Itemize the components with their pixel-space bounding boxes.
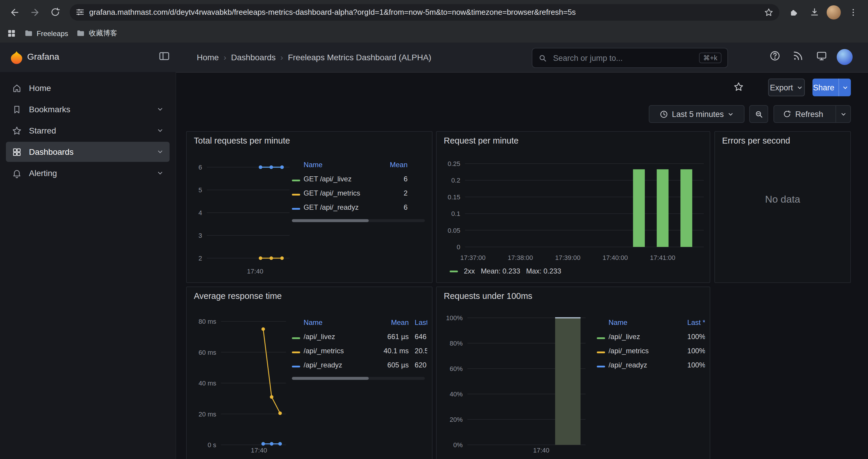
breadcrumb-home[interactable]: Home — [197, 53, 219, 62]
legend-value: 2 — [366, 189, 408, 197]
panel-title[interactable]: Errors per second — [715, 132, 850, 150]
legend-series-name[interactable]: /api/_livez — [304, 333, 365, 341]
bookmark-folder-blogs[interactable]: 收藏博客 — [76, 28, 117, 38]
sidebar-item-starred[interactable]: Starred — [6, 121, 169, 140]
bar-chart[interactable]: 00.050.10.150.20.2517:37:0017:38:0017:39… — [441, 150, 706, 265]
sidebar-item-label: Bookmarks — [29, 104, 150, 114]
zoom-out-button[interactable] — [749, 105, 768, 123]
refresh-interval-caret[interactable] — [836, 106, 850, 122]
svg-text:17:41:00: 17:41:00 — [650, 254, 675, 261]
help-icon[interactable] — [769, 50, 780, 61]
refresh-button[interactable]: Refresh — [773, 105, 851, 123]
series-color-dash — [292, 352, 300, 353]
legend-header[interactable]: Last * — [662, 319, 705, 327]
share-menu-caret[interactable] — [838, 78, 851, 96]
legend-header[interactable]: Name — [304, 161, 366, 169]
dock-menu-icon[interactable] — [158, 50, 170, 62]
panel-title[interactable]: Average response time — [187, 287, 432, 305]
legend-header[interactable]: Mean — [366, 161, 408, 169]
panel-average-response-time: Average response time 0 s20 ms40 ms60 ms… — [186, 287, 433, 459]
news-rss-icon[interactable] — [793, 50, 804, 61]
panel-title[interactable]: Request per minute — [437, 132, 710, 150]
panel-title[interactable]: Total requests per minute — [187, 132, 432, 150]
star-icon — [12, 126, 22, 136]
time-range-picker[interactable]: Last 5 minutes — [649, 105, 745, 123]
svg-text:17:40: 17:40 — [251, 447, 267, 454]
legend-series-name[interactable]: /api/_readyz — [304, 361, 365, 369]
monitor-icon[interactable] — [816, 50, 827, 61]
panel-title[interactable]: Requests under 100ms — [437, 287, 710, 305]
sidebar-item-label: Home — [29, 83, 164, 93]
series-color-dash — [597, 352, 605, 353]
extensions-icon[interactable] — [785, 3, 803, 21]
back-icon[interactable] — [6, 3, 24, 21]
legend-table: NameMeanLast */api/_livez661 µs646 µs/ap… — [289, 305, 427, 457]
legend-series-name[interactable]: /api/_readyz — [609, 361, 662, 369]
grafana-logo[interactable] — [9, 50, 24, 64]
legend-series-name[interactable]: GET /api/_metrics — [304, 189, 366, 197]
breadcrumb-dashboards[interactable]: Dashboards — [231, 53, 276, 62]
svg-text:80%: 80% — [450, 340, 463, 347]
search-input[interactable] — [552, 53, 694, 63]
breadcrumb-separator: › — [280, 53, 283, 62]
search-box[interactable]: ⌘+k — [532, 48, 728, 68]
legend-value: 620 µs — [409, 361, 427, 369]
timeseries-chart[interactable]: 0 s20 ms40 ms60 ms80 ms17:40 — [191, 305, 289, 457]
legend-scrollbar[interactable] — [292, 377, 425, 380]
legend-series-name[interactable]: GET /api/_livez — [304, 175, 366, 183]
legend-header[interactable]: Name — [304, 319, 365, 327]
svg-text:6: 6 — [198, 164, 202, 171]
sidebar-item-alerting[interactable]: Alerting — [6, 163, 169, 183]
timeseries-chart[interactable]: 2345617:40 — [191, 150, 289, 278]
chevron-down-icon[interactable] — [157, 106, 164, 113]
legend-series-name[interactable]: GET /api/_readyz — [304, 203, 366, 211]
legend-max: Max: 0.233 — [526, 267, 561, 275]
tab-groups-icon[interactable] — [7, 29, 16, 38]
legend-series-name[interactable]: /api/_metrics — [609, 347, 662, 355]
grafana-brand: Grafana — [27, 52, 59, 61]
bookmark-star-icon[interactable] — [764, 7, 773, 17]
grafana-profile-avatar[interactable] — [837, 49, 852, 65]
legend-series-name[interactable]: 2xx — [464, 267, 475, 275]
bookmark-icon — [12, 104, 22, 114]
legend-header[interactable]: Name — [609, 319, 662, 327]
sidebar-item-home[interactable]: Home — [6, 78, 169, 98]
sidebar-item-dashboards[interactable]: Dashboards — [6, 142, 169, 162]
legend-scrollbar[interactable] — [292, 219, 425, 222]
site-settings-icon[interactable] — [75, 8, 85, 17]
downloads-icon[interactable] — [805, 3, 823, 21]
chevron-down-icon[interactable] — [157, 169, 164, 177]
sidebar-item-bookmarks[interactable]: Bookmarks — [6, 99, 169, 119]
browser-toolbar: grafana.mathmast.com/d/deytv4rwavabkb/fr… — [0, 0, 868, 24]
url-text[interactable]: grafana.mathmast.com/d/deytv4rwavabkb/fr… — [89, 8, 759, 17]
forward-icon[interactable] — [26, 3, 44, 21]
svg-text:0.2: 0.2 — [451, 177, 460, 184]
share-button[interactable]: Share — [812, 78, 851, 96]
reload-icon[interactable] — [46, 3, 64, 21]
browser-profile-avatar[interactable] — [827, 5, 841, 19]
legend-series-name[interactable]: /api/_livez — [609, 333, 662, 341]
svg-text:0: 0 — [457, 243, 460, 251]
legend-value: 661 µs — [365, 333, 409, 341]
browser-menu-icon[interactable] — [844, 3, 862, 21]
breadcrumb: Home › Dashboards › Freeleaps Metrics Da… — [197, 42, 431, 72]
export-button[interactable]: Export — [768, 78, 805, 96]
chevron-down-icon[interactable] — [157, 127, 164, 134]
svg-text:0%: 0% — [453, 441, 463, 449]
legend-value: 605 µs — [365, 361, 409, 369]
series-color-dash — [292, 179, 300, 182]
chevron-down-icon — [727, 111, 734, 117]
legend-header[interactable]: Mean — [365, 319, 409, 327]
legend-header[interactable]: Last * — [409, 319, 427, 327]
refresh-action[interactable]: Refresh — [774, 106, 832, 122]
legend-series-name[interactable]: /api/_metrics — [304, 347, 365, 355]
bar-chart[interactable]: 0%20%40%60%80%100%17:40 — [441, 305, 589, 457]
panel-request-per-minute: Request per minute 00.050.10.150.20.2517… — [436, 131, 710, 283]
bookmark-folder-freeleaps[interactable]: Freeleaps — [24, 29, 68, 38]
chevron-down-icon[interactable] — [157, 148, 164, 155]
url-bar[interactable]: grafana.mathmast.com/d/deytv4rwavabkb/fr… — [70, 4, 779, 21]
svg-text:0.25: 0.25 — [447, 160, 460, 167]
svg-text:5: 5 — [198, 186, 202, 194]
series-color-dash — [597, 366, 605, 367]
favorite-star-icon[interactable] — [733, 81, 744, 92]
